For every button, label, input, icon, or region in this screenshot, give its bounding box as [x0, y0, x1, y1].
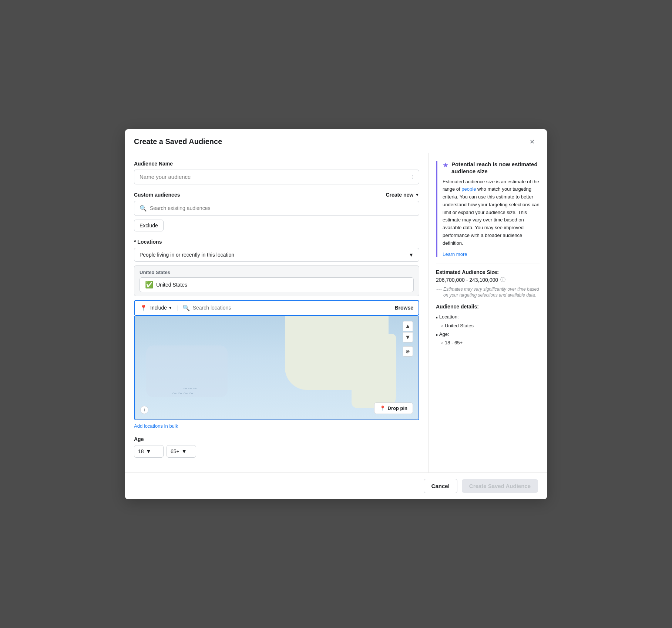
include-pin-icon: 📍	[140, 304, 147, 311]
audience-details-list: Location: United States Age: 18 - 65+	[436, 313, 540, 347]
modal-title: Create a Saved Audience	[134, 137, 222, 146]
detail-location-label: Location:	[439, 313, 459, 321]
info-body-text-2: who match your targeting criteria. You c…	[443, 186, 540, 246]
wave-icon: 〰	[436, 287, 441, 294]
modal-overlay: Create a Saved Audience × Audience Name …	[0, 0, 672, 628]
age-to-select[interactable]: 65+ ▼	[167, 445, 196, 458]
side-info-header: ★ Potential reach is now estimated audie…	[443, 161, 540, 175]
custom-audiences-row: Custom audiences Create new ▼	[134, 192, 419, 198]
dropdown-chevron-icon: ▼	[409, 252, 414, 258]
modal-body: Audience Name ⫶ Custom audiences Create …	[125, 153, 547, 472]
location-box: United States ✅ United States	[134, 265, 419, 296]
location-type-value: People living in or recently in this loc…	[140, 252, 234, 258]
people-link[interactable]: people	[461, 186, 476, 192]
location-tag: ✅ United States	[140, 277, 414, 292]
age-from-chevron: ▼	[146, 448, 151, 454]
learn-more-link[interactable]: Learn more	[443, 251, 467, 257]
bullet-age-range-icon	[441, 338, 443, 347]
modal-footer: Cancel Create Saved Audience	[125, 472, 547, 499]
estimated-size-info-icon[interactable]: ⓘ	[500, 277, 505, 283]
estimated-size-title: Estimated Audience Size:	[436, 269, 540, 275]
cancel-button[interactable]: Cancel	[424, 479, 457, 493]
estimated-size-number: 206,700,000 - 243,100,000	[436, 277, 498, 283]
side-info-body: Estimated audience size is an estimate o…	[443, 178, 540, 247]
main-panel: Audience Name ⫶ Custom audiences Create …	[125, 153, 429, 472]
detail-location: Location:	[436, 313, 540, 321]
drop-pin-label: Drop pin	[388, 405, 407, 411]
map-zoom-in-button[interactable]: ▲	[403, 321, 413, 331]
exclude-button[interactable]: Exclude	[134, 220, 164, 231]
detail-us-label: United States	[445, 321, 474, 330]
map-wave-2: 〜〜〜	[183, 386, 198, 391]
bullet-us-icon	[441, 321, 443, 330]
create-new-button[interactable]: Create new ▼	[386, 192, 419, 198]
detail-age: Age:	[436, 330, 540, 338]
detail-age-value: 18 - 65+	[436, 338, 540, 347]
map-locate-button[interactable]: ⊕	[403, 346, 413, 357]
map-controls: ▲ ▼ ⊕	[403, 321, 413, 357]
side-divider	[436, 264, 540, 264]
include-label: Include	[150, 305, 167, 311]
detail-age-label: Age:	[439, 330, 449, 338]
search-audiences-box: 🔍	[134, 201, 419, 216]
detail-age-range: 18 - 65+	[445, 338, 463, 347]
divider-line: |	[177, 305, 178, 311]
map-container: 〜〜〜〜 〜〜〜 ▲ ▼ ⊕ 📍 Drop pin	[135, 316, 419, 420]
locations-label: * Locations	[134, 239, 419, 245]
map-wrapper: 〜〜〜〜 〜〜〜 ▲ ▼ ⊕ 📍 Drop pin	[134, 316, 419, 420]
drop-pin-button[interactable]: 📍 Drop pin	[374, 402, 413, 414]
map-land-2	[352, 334, 396, 408]
estimated-size-value: 206,700,000 - 243,100,000 ⓘ	[436, 277, 540, 283]
detail-location-value: United States	[436, 321, 540, 330]
map-info-icon: i	[144, 407, 145, 412]
search-audiences-input[interactable]	[150, 205, 414, 211]
include-chevron-icon: ▼	[168, 306, 172, 310]
side-panel: ★ Potential reach is now estimated audie…	[429, 153, 547, 472]
search-icon: 🔍	[140, 205, 147, 212]
age-to-chevron: ▼	[182, 448, 187, 454]
location-type-dropdown[interactable]: People living in or recently in this loc…	[134, 248, 419, 262]
age-to-value: 65+	[171, 448, 179, 454]
age-row: 18 ▼ 65+ ▼	[134, 445, 419, 458]
location-check-icon: ✅	[145, 281, 153, 289]
add-locations-bulk-link[interactable]: Add locations in bulk	[134, 423, 178, 429]
close-button[interactable]: ×	[526, 136, 538, 148]
modal: Create a Saved Audience × Audience Name …	[125, 129, 547, 499]
side-info-box: ★ Potential reach is now estimated audie…	[436, 161, 540, 257]
star-icon: ★	[443, 161, 448, 169]
browse-button[interactable]: Browse	[394, 305, 413, 311]
audience-name-label: Audience Name	[134, 161, 419, 167]
map-zoom-out-button[interactable]: ▼	[403, 332, 413, 343]
audience-name-field-wrapper: ⫶	[134, 170, 419, 184]
bullet-age-icon	[436, 330, 438, 338]
include-dropdown[interactable]: Include ▼	[150, 305, 172, 311]
create-saved-audience-button[interactable]: Create Saved Audience	[462, 479, 538, 493]
pin-icon: 📍	[380, 405, 386, 411]
age-from-value: 18	[138, 448, 144, 454]
search-locations-icon: 🔍	[182, 304, 190, 311]
age-from-select[interactable]: 18 ▼	[134, 445, 164, 458]
bars-icon: ⫶	[411, 174, 414, 180]
estimates-warning-text: Estimates may vary significantly over ti…	[443, 286, 540, 299]
side-info-title: Potential reach is now estimated audienc…	[451, 161, 540, 175]
chevron-down-icon: ▼	[415, 193, 419, 197]
search-locations-bar: 📍 Include ▼ | 🔍 Browse	[134, 300, 419, 316]
map-info-button[interactable]: i	[140, 406, 148, 414]
audience-name-input[interactable]	[140, 174, 411, 180]
estimates-warning: 〰 Estimates may vary significantly over …	[436, 286, 540, 299]
search-locations-input[interactable]	[193, 305, 392, 311]
location-tag-label: United States	[156, 282, 187, 288]
age-label: Age	[134, 436, 419, 442]
modal-header: Create a Saved Audience ×	[125, 129, 547, 153]
custom-audiences-label: Custom audiences	[134, 192, 180, 198]
age-section: Age 18 ▼ 65+ ▼	[134, 436, 419, 458]
create-new-label: Create new	[386, 192, 413, 198]
bullet-location-icon	[436, 313, 438, 321]
location-box-title: United States	[140, 270, 414, 275]
audience-details-title: Audience details:	[436, 304, 540, 310]
